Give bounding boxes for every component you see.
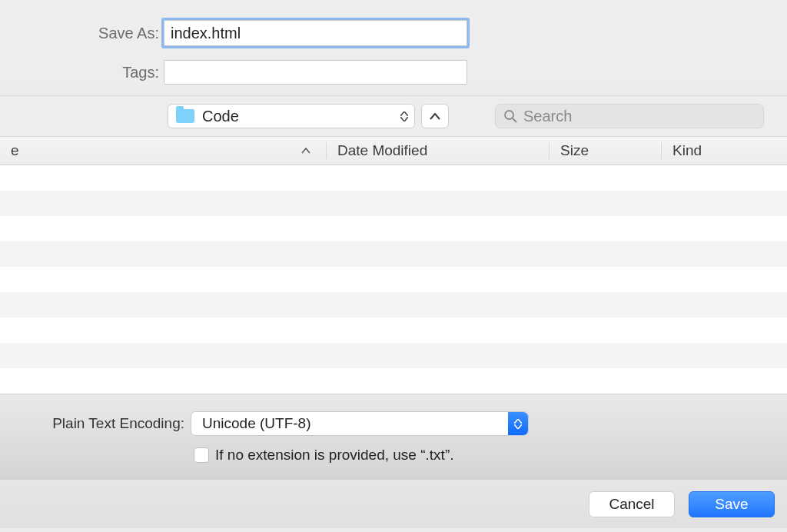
options-panel: Plain Text Encoding: Unicode (UTF-8) If … (0, 394, 787, 479)
collapse-button[interactable] (421, 104, 449, 128)
column-kind[interactable]: Kind (661, 142, 787, 159)
column-size[interactable]: Size (549, 142, 661, 159)
save-as-input[interactable] (164, 20, 467, 46)
table-row (0, 165, 787, 191)
column-date-modified[interactable]: Date Modified (326, 142, 549, 159)
table-row (0, 216, 787, 241)
sort-ascending-icon (301, 148, 310, 154)
location-bar: Code Search (0, 96, 787, 136)
file-list-header: e Date Modified Size Kind (0, 136, 787, 165)
folder-dropdown[interactable]: Code (168, 104, 415, 128)
table-row (0, 368, 787, 394)
dialog-actions: Cancel Save (0, 479, 787, 528)
table-row (0, 292, 787, 318)
save-as-label: Save As: (0, 25, 164, 42)
use-txt-extension-label: If no extension is provided, use “.txt”. (215, 447, 454, 464)
svg-point-0 (505, 111, 513, 119)
chevron-up-icon (430, 113, 440, 120)
column-name[interactable]: e (0, 142, 326, 159)
save-button[interactable]: Save (689, 491, 775, 517)
tags-input[interactable] (164, 60, 467, 85)
cancel-button[interactable]: Cancel (589, 491, 675, 517)
search-placeholder: Search (523, 108, 572, 125)
file-list-body (0, 165, 787, 394)
encoding-value: Unicode (UTF-8) (202, 415, 310, 432)
table-row (0, 318, 787, 343)
search-input[interactable]: Search (495, 104, 764, 128)
search-icon (503, 109, 517, 123)
encoding-select[interactable]: Unicode (UTF-8) (191, 411, 529, 436)
tags-label: Tags: (0, 64, 164, 81)
dropdown-stepper-icon (400, 111, 408, 121)
table-row (0, 241, 787, 267)
table-row (0, 343, 787, 368)
folder-name: Code (202, 108, 239, 125)
table-row (0, 267, 787, 292)
encoding-label: Plain Text Encoding: (0, 415, 191, 432)
folder-icon (176, 109, 194, 123)
use-txt-extension-checkbox[interactable] (194, 447, 209, 463)
table-row (0, 191, 787, 216)
svg-line-1 (513, 118, 516, 122)
select-stepper-icon (508, 412, 528, 435)
save-panel-top: Save As: Tags: (0, 0, 787, 85)
